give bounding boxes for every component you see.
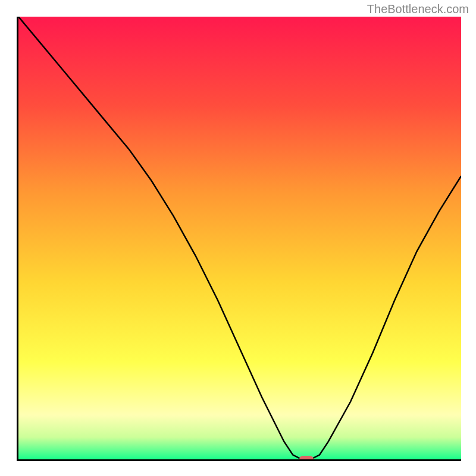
plot-area <box>17 17 461 461</box>
optimal-marker <box>299 456 314 461</box>
chart-container: TheBottleneck.com <box>0 0 476 476</box>
watermark-text: TheBottleneck.com <box>367 2 469 16</box>
curve-line <box>18 17 461 459</box>
